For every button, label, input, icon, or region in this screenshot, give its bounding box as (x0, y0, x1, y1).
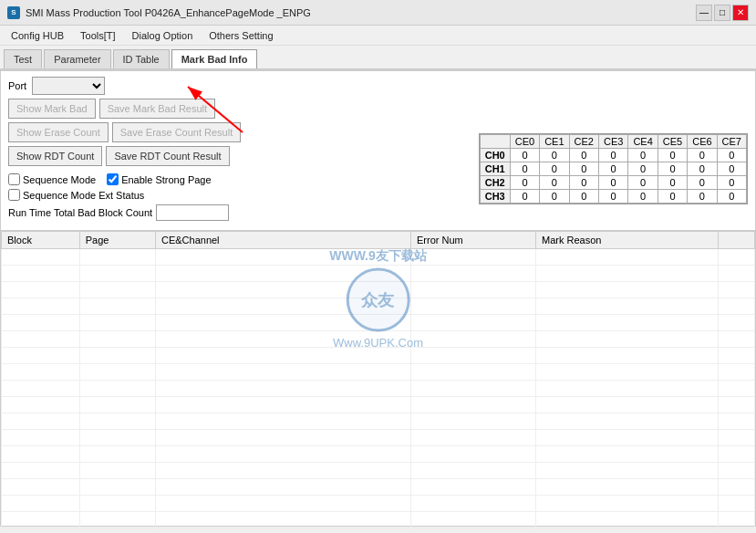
grid-cell: 0 (688, 190, 717, 204)
enable-strong-page-checkbox-label[interactable]: Enable Strong Page (107, 173, 211, 185)
menu-bar: Config HUB Tools[T] Dialog Option Others… (0, 26, 756, 46)
grid-header-ce1: CE1 (540, 135, 569, 149)
minimize-button[interactable]: — (696, 5, 712, 21)
main-table-area: Block Page CE&Channel Error Num Mark Rea… (1, 230, 755, 533)
table-row (2, 463, 755, 479)
grid-cell: 0 (598, 190, 627, 204)
grid-row-header: CH1 (480, 162, 510, 176)
grid-cell: 0 (540, 190, 569, 204)
title-bar: S SMI Mass Production Tool P0426A_Enhanc… (0, 0, 756, 26)
grid-cell: 0 (658, 190, 687, 204)
runtime-label: Run Time Total Bad Block Count (8, 207, 152, 218)
grid-header-ce3: CE3 (598, 135, 627, 149)
table-row (2, 528, 755, 534)
grid-cell: 0 (688, 176, 717, 190)
sequence-mode-checkbox-label[interactable]: Sequence Mode (8, 173, 96, 185)
table-row (2, 479, 755, 496)
grid-cell: 0 (717, 176, 746, 190)
grid-cell: 0 (540, 162, 569, 176)
grid-cell: 0 (510, 162, 539, 176)
show-rdt-count-button[interactable]: Show RDT Count (8, 146, 102, 166)
grid-cell: 0 (717, 149, 746, 162)
table-row (2, 364, 755, 381)
table-row (2, 282, 755, 298)
grid-cell: 0 (658, 162, 687, 176)
grid-cell: 0 (628, 149, 658, 162)
main-table: Block Page CE&Channel Error Num Mark Rea… (1, 231, 755, 533)
show-erase-count-button[interactable]: Show Erase Count (8, 122, 109, 142)
table-row (2, 512, 755, 528)
port-select[interactable] (32, 77, 105, 95)
sequence-mode-ext-status-checkbox-label[interactable]: Sequence Mode Ext Status (8, 189, 144, 201)
tab-mark-bad-info[interactable]: Mark Bad Info (171, 49, 258, 68)
grid-cell: 0 (628, 190, 658, 204)
menu-dialog-option[interactable]: Dialog Option (125, 28, 201, 43)
tab-id-table[interactable]: ID Table (113, 49, 170, 68)
table-row (2, 381, 755, 397)
grid-row-header: CH3 (480, 190, 510, 204)
grid-header-ce0: CE0 (510, 135, 539, 149)
grid-cell: 0 (658, 176, 687, 190)
content-area: Port Show Mark Bad Save Mark Bad Result … (0, 70, 756, 527)
grid-cell: 0 (628, 162, 658, 176)
col-block: Block (2, 232, 80, 249)
grid-cell: 0 (658, 149, 687, 162)
sequence-mode-ext-status-checkbox[interactable] (8, 189, 20, 201)
window-controls: — □ ✕ (696, 5, 749, 21)
grid-header-ce7: CE7 (717, 135, 746, 149)
col-page: Page (79, 232, 155, 249)
save-rdt-count-result-button[interactable]: Save RDT Count Result (106, 146, 229, 166)
grid-cell: 0 (628, 176, 658, 190)
table-row (2, 446, 755, 463)
grid-header-blank (480, 135, 510, 149)
grid-cell: 0 (688, 162, 717, 176)
grid-cell: 0 (569, 176, 598, 190)
grid-cell: 0 (569, 190, 598, 204)
table-row (2, 413, 755, 430)
tab-test[interactable]: Test (4, 49, 42, 68)
grid-row-header: CH0 (480, 149, 510, 162)
enable-strong-page-checkbox[interactable] (107, 173, 119, 185)
grid-cell: 0 (510, 176, 539, 190)
col-mark-reason: Mark Reason (536, 232, 719, 249)
menu-others-setting[interactable]: Others Setting (202, 28, 280, 43)
grid-header-ce6: CE6 (688, 135, 717, 149)
table-row (2, 331, 755, 348)
menu-tools[interactable]: Tools[T] (73, 28, 123, 43)
grid-cell: 0 (569, 162, 598, 176)
runtime-value-input[interactable] (156, 204, 229, 221)
table-row (2, 430, 755, 446)
port-label: Port (8, 80, 26, 91)
table-row (2, 496, 755, 512)
table-row (2, 315, 755, 331)
save-erase-count-result-button[interactable]: Save Erase Count Result (112, 122, 242, 142)
window-title: SMI Mass Production Tool P0426A_EnhanceP… (26, 7, 311, 18)
col-error-num: Error Num (410, 232, 535, 249)
sequence-mode-ext-status-label: Sequence Mode Ext Status (23, 190, 144, 201)
table-row (2, 249, 755, 266)
table-row (2, 397, 755, 413)
grid-cell: 0 (717, 162, 746, 176)
menu-config-hub[interactable]: Config HUB (4, 28, 71, 43)
table-row (2, 298, 755, 315)
button-row-1: Show Mark Bad Save Mark Bad Result (8, 99, 748, 119)
enable-strong-page-label: Enable Strong Page (121, 174, 211, 185)
tab-parameter[interactable]: Parameter (44, 49, 110, 68)
port-row: Port (8, 77, 748, 95)
close-button[interactable]: ✕ (732, 5, 749, 21)
save-mark-bad-result-button[interactable]: Save Mark Bad Result (99, 99, 215, 119)
ce-ch-grid: CE0 CE1 CE2 CE3 CE4 CE5 CE6 CE7 CH000000… (479, 133, 748, 204)
sequence-mode-checkbox[interactable] (8, 173, 20, 185)
grid-cell: 0 (540, 149, 569, 162)
runtime-row: Run Time Total Bad Block Count (1, 203, 755, 223)
table-row (2, 266, 755, 282)
grid-cell: 0 (569, 149, 598, 162)
col-ce-channel: CE&Channel (155, 232, 410, 249)
col-extra (719, 232, 755, 249)
maximize-button[interactable]: □ (714, 5, 730, 21)
grid-header-ce2: CE2 (569, 135, 598, 149)
grid-row-header: CH2 (480, 176, 510, 190)
grid-cell: 0 (598, 162, 627, 176)
show-mark-bad-button[interactable]: Show Mark Bad (8, 99, 96, 119)
grid-header-ce5: CE5 (658, 135, 687, 149)
